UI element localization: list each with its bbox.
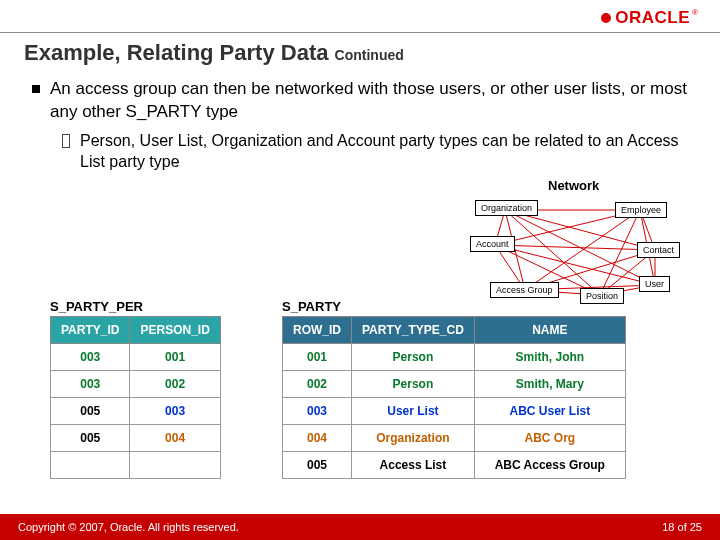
title-continued: Continued <box>335 47 404 63</box>
table-party-caption: S_PARTY <box>282 299 341 314</box>
logo-text: ORACLE <box>615 8 690 28</box>
node-access-group: Access Group <box>490 282 559 298</box>
table-row: 005004 <box>51 425 221 452</box>
logo-reg: ® <box>692 8 698 17</box>
table-cell: 001 <box>130 344 220 371</box>
party-h1: PARTY_TYPE_CD <box>352 317 475 344</box>
node-account: Account <box>470 236 515 252</box>
node-user: User <box>639 276 670 292</box>
body-text: An access group can then be networked wi… <box>32 78 690 173</box>
node-position: Position <box>580 288 624 304</box>
bullet-level1: An access group can then be networked wi… <box>32 78 690 124</box>
page-indicator: 18 of 25 <box>662 521 702 533</box>
table-cell: Person <box>352 371 475 398</box>
table-cell: ABC Access Group <box>474 452 625 479</box>
table-cell: 003 <box>283 398 352 425</box>
table-cell: 001 <box>283 344 352 371</box>
table-cell: ABC Org <box>474 425 625 452</box>
table-cell: 005 <box>51 425 130 452</box>
page-total: 25 <box>690 521 702 533</box>
table-cell: 003 <box>51 344 130 371</box>
table-cell: 005 <box>51 398 130 425</box>
table-cell <box>130 452 220 479</box>
table-row: 001PersonSmith, John <box>283 344 626 371</box>
title-main: Example, Relating Party Data <box>24 40 328 65</box>
page-title: Example, Relating Party Data Continued <box>24 40 404 66</box>
table-row: 004OrganizationABC Org <box>283 425 626 452</box>
table-cell: Access List <box>352 452 475 479</box>
table-per-caption: S_PARTY_PER <box>50 299 143 314</box>
table-cell: 002 <box>283 371 352 398</box>
node-organization: Organization <box>475 200 538 216</box>
table-cell: User List <box>352 398 475 425</box>
table-s-party: ROW_ID PARTY_TYPE_CD NAME 001PersonSmith… <box>282 316 626 479</box>
divider <box>0 32 720 33</box>
table-cell: Smith, John <box>474 344 625 371</box>
network-diagram: Organization Employee Account Contact Ac… <box>435 190 695 330</box>
footer-bar: Copyright © 2007, Oracle. All rights res… <box>0 514 720 540</box>
table-cell: 004 <box>283 425 352 452</box>
square-bullet-icon <box>32 85 40 93</box>
table-cell <box>51 452 130 479</box>
table-cell: 004 <box>130 425 220 452</box>
party-h2: NAME <box>474 317 625 344</box>
node-employee: Employee <box>615 202 667 218</box>
bullet-level2: Person, User List, Organization and Acco… <box>62 130 690 173</box>
table-row: 005Access ListABC Access Group <box>283 452 626 479</box>
table-row: 002PersonSmith, Mary <box>283 371 626 398</box>
svg-line-8 <box>525 210 640 290</box>
table-row: 003002 <box>51 371 221 398</box>
table-cell: 005 <box>283 452 352 479</box>
page-current: 18 <box>662 521 674 533</box>
table-cell: 003 <box>130 398 220 425</box>
copyright-text: Copyright © 2007, Oracle. All rights res… <box>18 521 239 533</box>
table-row: 003User ListABC User List <box>283 398 626 425</box>
table-cell: Person <box>352 344 475 371</box>
table-row: 005003 <box>51 398 221 425</box>
per-h1: PERSON_ID <box>130 317 220 344</box>
table-cell: Organization <box>352 425 475 452</box>
oracle-logo: ORACLE ® <box>601 8 698 28</box>
node-contact: Contact <box>637 242 680 258</box>
table-s-party-per: PARTY_ID PERSON_ID 003001003002005003005… <box>50 316 221 479</box>
table-cell: ABC User List <box>474 398 625 425</box>
table-cell: 003 <box>51 371 130 398</box>
bullet1-text: An access group can then be networked wi… <box>50 78 690 124</box>
table-cell: 002 <box>130 371 220 398</box>
logo-dot-icon <box>601 13 611 23</box>
svg-line-11 <box>495 245 655 250</box>
table-row <box>51 452 221 479</box>
bullet2-text: Person, User List, Organization and Acco… <box>80 130 690 173</box>
party-h0: ROW_ID <box>283 317 352 344</box>
page-of: of <box>674 521 689 533</box>
slide: ORACLE ® Example, Relating Party Data Co… <box>0 0 720 540</box>
svg-line-9 <box>600 210 640 295</box>
table-cell: Smith, Mary <box>474 371 625 398</box>
per-h0: PARTY_ID <box>51 317 130 344</box>
table-row: 003001 <box>51 344 221 371</box>
hollow-bullet-icon <box>62 134 70 148</box>
